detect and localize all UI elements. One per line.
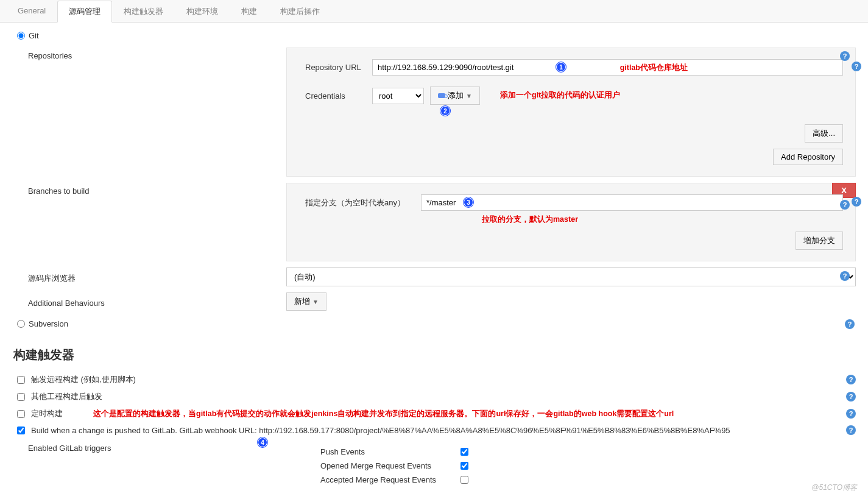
annotation-branch-note: 拉取的分支，默认为master bbox=[482, 214, 578, 225]
annotation-badge-4: 4 bbox=[258, 437, 267, 447]
build-triggers-heading: 构建触发器 bbox=[13, 347, 856, 363]
help-icon[interactable]: ? bbox=[840, 271, 850, 281]
behaviours-label: Additional Behaviours bbox=[12, 296, 286, 308]
trigger-gitlab-checkbox[interactable] bbox=[17, 426, 25, 434]
add-branch-button[interactable]: 增加分支 bbox=[796, 232, 843, 250]
add-repository-button[interactable]: Add Repository bbox=[773, 149, 843, 165]
branches-heading: Branches to build bbox=[12, 183, 286, 196]
branch-spec-label: 指定分支（为空时代表any） bbox=[305, 197, 421, 208]
opened-mr-label: Opened Merge Request Events bbox=[320, 461, 460, 470]
tab-post[interactable]: 构建后操作 bbox=[269, 1, 331, 23]
opened-mr-checkbox[interactable] bbox=[460, 462, 468, 470]
accepted-mr-checkbox[interactable] bbox=[460, 476, 468, 484]
trigger-after-other-checkbox[interactable] bbox=[17, 393, 25, 401]
add-credentials-label: 添加 bbox=[448, 90, 464, 101]
advanced-button[interactable]: 高级... bbox=[805, 124, 843, 143]
trigger-after-other-label: 其他工程构建后触发 bbox=[31, 391, 840, 402]
annotation-badge-3: 3 bbox=[464, 197, 473, 207]
key-icon bbox=[438, 93, 445, 98]
credentials-select[interactable]: root bbox=[372, 88, 424, 104]
scm-git-label: Git bbox=[29, 31, 39, 40]
annotation-trigger-note: 这个是配置的构建触发器，当gitlab有代码提交的动作就会触发jenkins自动… bbox=[93, 409, 840, 419]
help-icon[interactable]: ? bbox=[845, 319, 855, 329]
tab-build[interactable]: 构建 bbox=[230, 1, 269, 23]
scm-svn-label: Subversion bbox=[29, 319, 68, 328]
help-icon[interactable]: ? bbox=[846, 409, 856, 419]
add-credentials-button[interactable]: 添加 ▼ bbox=[430, 87, 480, 105]
add-behaviour-button[interactable]: 新增 ▼ bbox=[286, 292, 326, 311]
push-events-label: Push Events bbox=[320, 447, 460, 456]
scm-git-radio[interactable] bbox=[17, 32, 25, 40]
tab-triggers[interactable]: 构建触发器 bbox=[112, 1, 175, 23]
tab-general[interactable]: General bbox=[6, 1, 57, 23]
credentials-label: Credentials bbox=[305, 91, 372, 101]
help-icon[interactable]: ? bbox=[852, 197, 861, 207]
chevron-down-icon: ▼ bbox=[466, 93, 472, 99]
help-icon[interactable]: ? bbox=[852, 62, 861, 71]
trigger-timed-label: 定时构建 bbox=[31, 408, 63, 419]
trigger-timed-checkbox[interactable] bbox=[17, 410, 25, 418]
trigger-gitlab-label: Build when a change is pushed to GitLab.… bbox=[31, 426, 840, 435]
enabled-gitlab-triggers-label: Enabled GitLab triggers bbox=[28, 442, 320, 489]
annotation-cred-note: 添加一个git拉取的代码的认证用户 bbox=[500, 90, 620, 101]
branch-input[interactable] bbox=[421, 194, 843, 211]
annotation-repo-note: gitlab代码仓库地址 bbox=[620, 63, 688, 73]
repositories-box: Repository URL 1 gitlab代码仓库地址 ? Credenti… bbox=[286, 48, 856, 177]
annotation-badge-2: 2 bbox=[440, 106, 450, 116]
accepted-mr-label: Accepted Merge Request Events bbox=[320, 475, 460, 484]
repositories-heading: Repositories bbox=[12, 48, 286, 60]
add-behaviour-label: 新增 bbox=[294, 296, 310, 307]
config-tabs: General 源码管理 构建触发器 构建环境 构建 构建后操作 bbox=[0, 0, 868, 23]
tab-scm[interactable]: 源码管理 bbox=[57, 1, 112, 23]
branches-box: X 指定分支（为空时代表any） 3 ? 拉取的分支，默认为master 增加分… bbox=[286, 183, 856, 261]
repo-browser-label: 源码库浏览器 bbox=[12, 271, 286, 284]
tab-env[interactable]: 构建环境 bbox=[175, 1, 230, 23]
help-icon[interactable]: ? bbox=[840, 51, 850, 61]
watermark: @51CTO博客 bbox=[811, 483, 857, 493]
annotation-badge-1: 1 bbox=[556, 62, 566, 72]
push-events-checkbox[interactable] bbox=[460, 448, 468, 456]
repo-browser-select[interactable]: (自动) bbox=[286, 267, 856, 286]
help-icon[interactable]: ? bbox=[846, 392, 856, 402]
help-icon[interactable]: ? bbox=[846, 425, 856, 435]
repo-url-input[interactable] bbox=[372, 59, 843, 76]
trigger-remote-checkbox[interactable] bbox=[17, 376, 25, 384]
repo-url-label: Repository URL bbox=[305, 63, 372, 72]
scm-svn-radio[interactable] bbox=[17, 320, 25, 328]
trigger-remote-label: 触发远程构建 (例如,使用脚本) bbox=[31, 374, 840, 385]
help-icon[interactable]: ? bbox=[840, 200, 850, 210]
help-icon[interactable]: ? bbox=[846, 375, 856, 384]
chevron-down-icon: ▼ bbox=[312, 299, 319, 305]
